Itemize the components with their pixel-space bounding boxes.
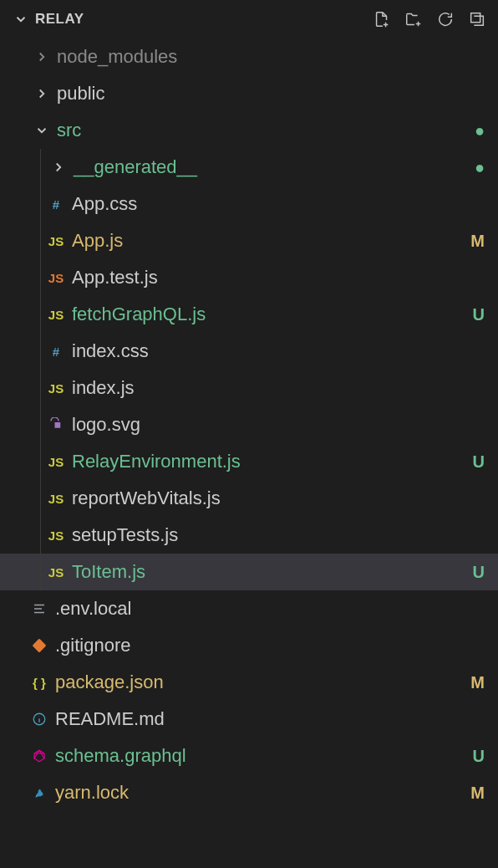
file-label: setupTests.js (69, 524, 485, 546)
file-reportwebvitals-js[interactable]: JS reportWebVitals.js (0, 480, 498, 517)
file-label: ToItem.js (69, 561, 465, 583)
file-fetchgraphql-js[interactable]: JS fetchGraphQL.js U (0, 296, 498, 333)
chevron-right-icon (30, 86, 53, 101)
file-index-css[interactable]: # index.css (0, 333, 498, 370)
css-file-icon: # (43, 197, 69, 212)
folder-public[interactable]: public (0, 75, 498, 112)
collapse-all-icon[interactable] (468, 10, 486, 28)
chevron-down-icon (30, 123, 53, 138)
file-label: README.md (52, 708, 485, 730)
folder-label: public (53, 83, 485, 105)
git-status-badge: M (464, 232, 485, 251)
file-explorer: RELAY node_modules (0, 0, 498, 811)
git-status-badge: U (465, 563, 485, 582)
chevron-right-icon (30, 49, 53, 64)
explorer-header: RELAY (0, 0, 498, 38)
git-file-icon (27, 638, 52, 653)
file-yarn-lock[interactable]: yarn.lock M (0, 774, 498, 811)
file-label: .env.local (52, 598, 485, 620)
file-toitem-js[interactable]: JS ToItem.js U (0, 554, 498, 590)
chevron-right-icon (47, 160, 70, 175)
new-file-icon[interactable] (373, 10, 391, 28)
svg-file-icon (43, 417, 69, 432)
git-status-badge: U (465, 305, 485, 324)
folder-generated[interactable]: __generated__ ● (0, 149, 498, 186)
info-file-icon (27, 712, 52, 727)
folder-label: __generated__ (70, 156, 465, 178)
file-relayenvironment-js[interactable]: JS RelayEnvironment.js U (0, 443, 498, 480)
file-index-js[interactable]: JS index.js (0, 370, 498, 406)
file-label: App.test.js (69, 267, 485, 288)
file-gitignore[interactable]: .gitignore (0, 627, 498, 664)
file-setuptests-js[interactable]: JS setupTests.js (0, 517, 498, 554)
file-logo-svg[interactable]: logo.svg (0, 406, 498, 443)
git-status-badge: M (464, 673, 485, 692)
git-status-badge: U (465, 452, 485, 472)
file-app-js[interactable]: JS App.js M (0, 222, 498, 259)
folder-src[interactable]: src ● (0, 112, 498, 149)
js-file-icon: JS (43, 528, 69, 543)
js-file-icon: JS (43, 234, 69, 248)
file-app-test-js[interactable]: JS App.test.js (0, 259, 498, 296)
file-label: package.json (52, 671, 464, 693)
git-status-badge: U (465, 747, 485, 766)
file-label: RelayEnvironment.js (69, 451, 465, 472)
git-status-badge: M (464, 784, 485, 803)
js-file-icon: JS (43, 492, 69, 506)
file-label: schema.graphql (52, 745, 465, 767)
folder-node-modules[interactable]: node_modules (0, 38, 498, 75)
folder-label: node_modules (53, 46, 485, 68)
graphql-file-icon (27, 748, 52, 763)
text-file-icon (27, 601, 52, 616)
git-status-dot: ● (465, 121, 485, 140)
js-test-file-icon: JS (43, 271, 69, 285)
yarn-file-icon (27, 785, 52, 800)
css-file-icon: # (43, 345, 69, 359)
new-folder-icon[interactable] (404, 10, 423, 28)
file-env-local[interactable]: .env.local (0, 590, 498, 627)
js-file-icon: JS (43, 565, 69, 580)
svg-rect-1 (55, 422, 61, 428)
svg-rect-2 (33, 639, 47, 653)
file-label: App.css (69, 193, 485, 215)
file-package-json[interactable]: { } package.json M (0, 664, 498, 701)
file-label: App.js (69, 230, 464, 252)
folder-label: src (53, 120, 465, 141)
file-label: index.css (69, 340, 485, 362)
git-status-dot: ● (465, 158, 485, 177)
file-label: .gitignore (52, 635, 485, 656)
project-title: RELAY (35, 11, 366, 28)
file-tree: node_modules public src ● __generated__ (0, 38, 498, 811)
file-label: reportWebVitals.js (69, 488, 485, 509)
file-readme-md[interactable]: README.md (0, 701, 498, 738)
file-label: index.js (69, 377, 485, 399)
js-file-icon: JS (43, 455, 69, 469)
file-label: fetchGraphQL.js (69, 304, 465, 325)
file-label: yarn.lock (52, 782, 464, 804)
js-file-icon: JS (43, 381, 69, 396)
file-schema-graphql[interactable]: schema.graphql U (0, 738, 498, 774)
refresh-icon[interactable] (436, 10, 455, 28)
chevron-down-icon[interactable] (13, 12, 28, 27)
file-label: logo.svg (69, 414, 485, 436)
file-app-css[interactable]: # App.css (0, 186, 498, 222)
json-file-icon: { } (27, 676, 52, 690)
svg-rect-0 (471, 13, 480, 23)
js-file-icon: JS (43, 308, 69, 322)
